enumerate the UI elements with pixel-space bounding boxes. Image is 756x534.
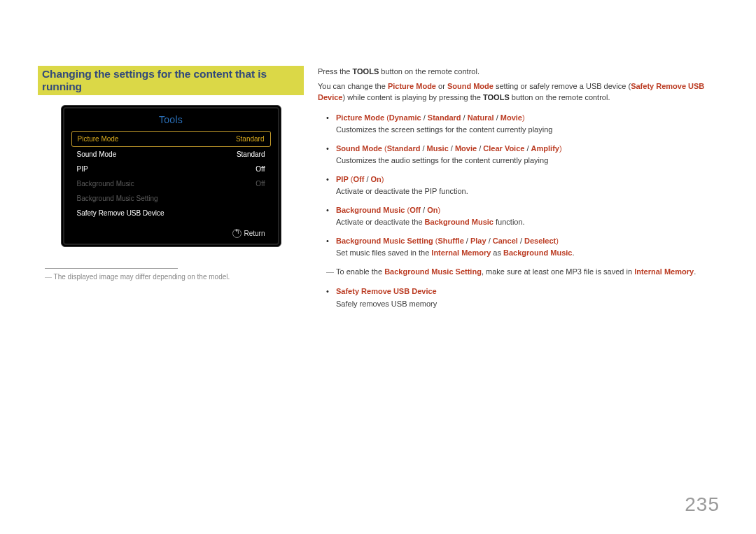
intro-line-2: You can change the Picture Mode or Sound…	[318, 80, 718, 104]
tool-label: Background Music	[77, 180, 134, 188]
section-heading: Changing the settings for the content th…	[38, 66, 304, 95]
tool-label: Picture Mode	[78, 135, 119, 143]
tool-label: Safety Remove USB Device	[77, 209, 164, 217]
option-bg-music: Background Music (Off / On) Activate or …	[318, 204, 718, 228]
tool-label: PIP	[77, 165, 88, 173]
option-picture-mode: Picture Mode (Dynamic / Standard / Natur…	[318, 112, 718, 136]
option-sound-mode: Sound Mode (Standard / Music / Movie / C…	[318, 143, 718, 167]
tool-row-pip[interactable]: PIP Off	[71, 162, 271, 176]
tool-row-bg-music: Background Music Off	[71, 176, 271, 191]
tool-value: Standard	[236, 135, 265, 143]
option-pip: PIP (Off / On) Activate or deactivate th…	[318, 174, 718, 197]
tool-row-picture-mode[interactable]: Picture Mode Standard	[71, 131, 271, 147]
footnote: The displayed image may differ depending…	[45, 273, 304, 281]
tool-row-bg-music-setting: Background Music Setting	[71, 191, 271, 206]
option-safety-remove: Safety Remove USB Device Safely removes …	[318, 286, 718, 309]
tools-footer: Return	[71, 220, 271, 239]
option-bg-music-setting: Background Music Setting (Shuffle / Play…	[318, 235, 718, 259]
footnote-divider	[45, 268, 178, 269]
tool-row-sound-mode[interactable]: Sound Mode Standard	[71, 147, 271, 162]
page-number: 235	[685, 493, 720, 516]
tool-label: Background Music Setting	[77, 195, 158, 202]
tool-value: Standard	[237, 150, 265, 158]
tool-label: Sound Mode	[77, 150, 117, 158]
note-bgms: To enable the Background Music Setting, …	[318, 266, 718, 278]
return-icon	[232, 229, 241, 238]
return-label[interactable]: Return	[244, 230, 265, 237]
tool-row-safety-remove[interactable]: Safety Remove USB Device	[71, 206, 271, 220]
tools-panel: Tools Picture Mode Standard Sound Mode S…	[61, 105, 281, 247]
intro-line-1: Press the TOOLS button on the remote con…	[318, 66, 718, 78]
tools-title: Tools	[71, 114, 271, 125]
tool-value: Off	[255, 165, 265, 173]
tool-value: Off	[255, 180, 265, 188]
